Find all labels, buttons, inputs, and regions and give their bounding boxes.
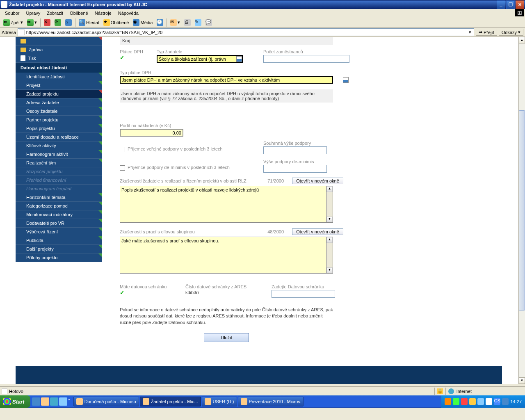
sidebar-item-7[interactable]: Území dopadu a realizace: [16, 133, 102, 142]
sidebar-item-21[interactable]: Přílohy projektu: [16, 253, 102, 262]
sidebar-item-9[interactable]: Harmonogram aktivit: [16, 150, 102, 159]
window-title: Žadatel projektu - Microsoft Internet Ex…: [9, 2, 497, 7]
menu-oblibene[interactable]: Oblíbené: [66, 10, 91, 16]
print-button[interactable]: 🖨: [183, 18, 192, 27]
vertical-scrollbar[interactable]: ▲ ▼: [518, 37, 525, 384]
open-new-2-button[interactable]: Otevřít v novém okně: [292, 228, 343, 235]
tray-icon[interactable]: [469, 398, 476, 405]
ql-expand-icon[interactable]: »: [68, 397, 70, 406]
textarea-scrollbar[interactable]: ▲▼: [326, 186, 333, 223]
tray-clock: 14:27: [510, 399, 522, 404]
close-button[interactable]: ✕: [516, 0, 524, 9]
scroll-thumb[interactable]: [519, 110, 525, 310]
sidebar-top-zprava[interactable]: Zpráva: [16, 46, 102, 54]
quick-launch: »: [30, 397, 72, 406]
taskbar: Start » Doručená pošta - Microso...Žadat…: [0, 395, 525, 408]
taskbar-task-1[interactable]: Žadatel projektu - Mic...: [140, 397, 201, 406]
content-area: Zpráva Tisk Datová oblast žádosti Identi…: [0, 37, 518, 384]
ql-outlook-icon[interactable]: [41, 397, 49, 406]
restore-button[interactable]: ❐: [506, 0, 515, 9]
menu-upravy[interactable]: Úpravy: [23, 10, 43, 16]
ql-ie-icon[interactable]: [32, 397, 40, 406]
search-button[interactable]: 🔍Hledat: [77, 18, 101, 27]
sidebar-item-2[interactable]: Žadatel projektu: [16, 90, 102, 98]
sidebar-item-6[interactable]: Popis projektu: [16, 124, 102, 133]
ql-desktop-icon[interactable]: [50, 397, 58, 406]
sidebar-item-4[interactable]: Osoby žadatele: [16, 107, 102, 116]
scroll-down-button[interactable]: ▼: [519, 377, 525, 384]
tray-icon[interactable]: [453, 398, 459, 405]
sidebar-item-16[interactable]: Monitorovací indikátory: [16, 210, 102, 219]
stop-button[interactable]: ✕: [42, 18, 52, 27]
textarea-scrollbar[interactable]: ▲▼: [326, 237, 333, 274]
discuss-button[interactable]: 💬: [204, 18, 214, 27]
taskbar-task-0[interactable]: Doručená pošta - Microso...: [73, 397, 139, 406]
vyse-input[interactable]: [263, 165, 327, 173]
sidebar-item-5[interactable]: Partner projektu: [16, 116, 102, 124]
menu-napoveda[interactable]: Nápověda: [115, 10, 142, 16]
links-button[interactable]: Odkazy ▾: [499, 29, 523, 36]
tray-icon[interactable]: [477, 398, 484, 405]
cislo-label: Číslo datové schránky z ARES: [185, 284, 263, 289]
zkusenosti1-textarea[interactable]: [120, 186, 326, 223]
task-icon: [143, 398, 149, 405]
sidebar-item-3[interactable]: Adresa žadatele: [16, 98, 102, 107]
prijemce1-check[interactable]: [120, 147, 125, 152]
menu-nastroje[interactable]: Nástroje: [91, 10, 115, 16]
save-button[interactable]: Uložit: [204, 333, 249, 342]
tray-icon[interactable]: [445, 398, 451, 405]
back-button[interactable]: ⬅Zpět ▾: [2, 18, 25, 27]
tray-cs-icon[interactable]: CS: [494, 398, 500, 405]
sidebar-item-13[interactable]: Harmonogram čerpání: [16, 185, 102, 193]
minimize-button[interactable]: _: [497, 0, 505, 9]
tray-icon[interactable]: [502, 398, 509, 405]
podil-input[interactable]: [120, 129, 183, 137]
taskbar-task-3[interactable]: Prezentace 2010 - Micros...: [238, 397, 304, 406]
tray-icon[interactable]: [461, 398, 468, 405]
sidebar-item-12[interactable]: Přehled financování: [16, 176, 102, 185]
edit-button[interactable]: ✎: [193, 18, 203, 27]
media-button[interactable]: ◉Média: [131, 18, 154, 27]
address-input[interactable]: https://www.eu-zadost.cz/zadost.aspx?zal…: [18, 28, 474, 36]
sidebar-item-11[interactable]: Rozpočet projektu: [16, 167, 102, 176]
sidebar-item-19[interactable]: Publicita: [16, 236, 102, 245]
task-icon: [205, 398, 211, 405]
forward-button[interactable]: ➡ ▾: [25, 18, 39, 27]
zkusenosti2-textarea[interactable]: [120, 237, 326, 274]
sidebar-item-14[interactable]: Horizontální témata: [16, 193, 102, 202]
ql-explorer-icon[interactable]: [59, 397, 67, 406]
refresh-button[interactable]: ⟳: [53, 18, 63, 27]
sidebar-item-18[interactable]: Výběrová řízení: [16, 228, 102, 236]
mail-button[interactable]: ✉ ▾: [169, 18, 182, 27]
sidebar-item-17[interactable]: Dodavatelé pro VŘ: [16, 219, 102, 228]
sidebar-item-0[interactable]: Identifikace žádosti: [16, 73, 102, 81]
sidebar-top-0[interactable]: [16, 37, 102, 46]
typ-zadatele-input[interactable]: [157, 55, 243, 63]
address-dropdown-icon[interactable]: ▾: [467, 30, 473, 35]
sidebar-item-10[interactable]: Realizační tým: [16, 159, 102, 167]
sidebar-top-tisk[interactable]: Tisk: [16, 54, 102, 63]
history-button[interactable]: 🕘: [155, 18, 165, 27]
pocet-zam-input[interactable]: [263, 55, 349, 63]
favorites-button[interactable]: ★Oblíbené: [102, 18, 131, 27]
menu-soubor[interactable]: Soubor: [2, 10, 23, 16]
start-button[interactable]: Start: [0, 395, 30, 408]
zadejte-input[interactable]: [272, 290, 335, 298]
calendar-icon[interactable]: [343, 77, 349, 83]
souhrnna-input[interactable]: [263, 146, 327, 154]
tray-icon[interactable]: [486, 398, 492, 405]
sidebar-item-8[interactable]: Klíčové aktivity: [16, 142, 102, 150]
menu-zobrazit[interactable]: Zobrazit: [43, 10, 66, 16]
prijemce2-check[interactable]: [120, 165, 125, 171]
sidebar-item-15[interactable]: Kategorizace pomoci: [16, 202, 102, 210]
taskbar-task-2[interactable]: USER (U:): [202, 397, 237, 406]
scroll-up-button[interactable]: ▲: [519, 37, 525, 43]
typ-platce-input[interactable]: [120, 76, 333, 84]
go-button[interactable]: ➡ Přejít: [476, 29, 497, 36]
home-button[interactable]: ⌂: [64, 18, 73, 27]
window-titlebar: Žadatel projektu - Microsoft Internet Ex…: [0, 0, 525, 9]
open-new-1-button[interactable]: Otevřít v novém okně: [292, 178, 343, 184]
calendar-icon[interactable]: [236, 56, 242, 62]
sidebar-item-20[interactable]: Další projekty: [16, 245, 102, 253]
sidebar-item-1[interactable]: Projekt: [16, 81, 102, 90]
